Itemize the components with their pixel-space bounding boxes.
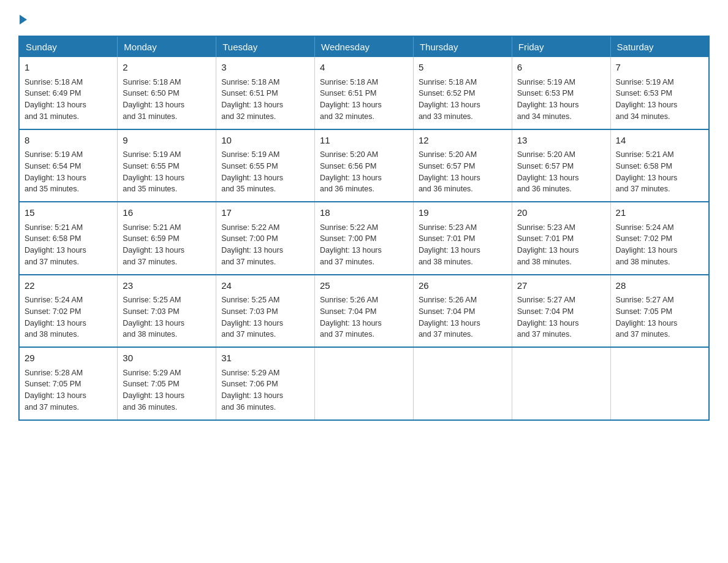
calendar-week-row: 29Sunrise: 5:28 AMSunset: 7:05 PMDayligh… (19, 347, 709, 420)
day-info: Sunrise: 5:23 AMSunset: 7:01 PMDaylight:… (517, 223, 579, 266)
day-info: Sunrise: 5:26 AMSunset: 7:04 PMDaylight:… (419, 296, 480, 339)
calendar-cell: 17Sunrise: 5:22 AMSunset: 7:00 PMDayligh… (216, 202, 315, 275)
weekday-header-sunday: Sunday (19, 36, 118, 57)
day-number: 25 (320, 279, 408, 293)
day-number: 12 (419, 134, 507, 148)
day-info: Sunrise: 5:19 AMSunset: 6:53 PMDaylight:… (616, 78, 678, 121)
day-info: Sunrise: 5:20 AMSunset: 6:56 PMDaylight:… (320, 150, 382, 193)
day-number: 2 (123, 61, 211, 75)
calendar-cell: 14Sunrise: 5:21 AMSunset: 6:58 PMDayligh… (610, 129, 709, 202)
day-info: Sunrise: 5:21 AMSunset: 6:58 PMDaylight:… (616, 150, 678, 193)
calendar-cell: 8Sunrise: 5:19 AMSunset: 6:54 PMDaylight… (19, 129, 118, 202)
calendar-cell: 30Sunrise: 5:29 AMSunset: 7:05 PMDayligh… (118, 347, 216, 420)
calendar-cell: 29Sunrise: 5:28 AMSunset: 7:05 PMDayligh… (19, 347, 118, 420)
calendar-cell: 5Sunrise: 5:18 AMSunset: 6:52 PMDaylight… (413, 57, 512, 129)
calendar-cell: 22Sunrise: 5:24 AMSunset: 7:02 PMDayligh… (19, 275, 118, 348)
day-number: 27 (517, 279, 605, 293)
day-info: Sunrise: 5:29 AMSunset: 7:06 PMDaylight:… (221, 369, 283, 412)
day-number: 9 (123, 134, 211, 148)
calendar-header-row: SundayMondayTuesdayWednesdayThursdayFrid… (19, 36, 709, 57)
day-info: Sunrise: 5:20 AMSunset: 6:57 PMDaylight:… (517, 150, 579, 193)
day-number: 7 (616, 61, 703, 75)
day-info: Sunrise: 5:21 AMSunset: 6:58 PMDaylight:… (25, 223, 86, 266)
day-info: Sunrise: 5:22 AMSunset: 7:00 PMDaylight:… (221, 223, 283, 266)
calendar-cell: 9Sunrise: 5:19 AMSunset: 6:55 PMDaylight… (118, 129, 216, 202)
weekday-header-friday: Friday (512, 36, 610, 57)
day-info: Sunrise: 5:29 AMSunset: 7:05 PMDaylight:… (123, 369, 184, 412)
day-info: Sunrise: 5:19 AMSunset: 6:53 PMDaylight:… (517, 78, 579, 121)
day-number: 20 (517, 206, 605, 220)
day-number: 22 (25, 279, 112, 293)
logo-triangle-icon (20, 15, 27, 25)
calendar-cell: 18Sunrise: 5:22 AMSunset: 7:00 PMDayligh… (315, 202, 414, 275)
day-number: 26 (419, 279, 507, 293)
day-info: Sunrise: 5:18 AMSunset: 6:50 PMDaylight:… (123, 78, 184, 121)
day-number: 6 (517, 61, 605, 75)
day-info: Sunrise: 5:27 AMSunset: 7:04 PMDaylight:… (517, 296, 579, 339)
day-number: 3 (221, 61, 309, 75)
day-number: 19 (419, 206, 507, 220)
weekday-header-monday: Monday (118, 36, 216, 57)
day-number: 28 (616, 279, 703, 293)
calendar-cell: 26Sunrise: 5:26 AMSunset: 7:04 PMDayligh… (413, 275, 512, 348)
calendar-cell (512, 347, 610, 420)
day-number: 21 (616, 206, 703, 220)
day-number: 1 (25, 61, 112, 75)
day-number: 15 (25, 206, 112, 220)
day-info: Sunrise: 5:28 AMSunset: 7:05 PMDaylight:… (25, 369, 86, 412)
day-info: Sunrise: 5:26 AMSunset: 7:04 PMDaylight:… (320, 296, 382, 339)
calendar-cell: 28Sunrise: 5:27 AMSunset: 7:05 PMDayligh… (610, 275, 709, 348)
day-info: Sunrise: 5:22 AMSunset: 7:00 PMDaylight:… (320, 223, 382, 266)
logo (18, 16, 27, 25)
day-number: 4 (320, 61, 408, 75)
weekday-header-thursday: Thursday (413, 36, 512, 57)
calendar-cell: 27Sunrise: 5:27 AMSunset: 7:04 PMDayligh… (512, 275, 610, 348)
day-number: 11 (320, 134, 408, 148)
calendar-cell: 3Sunrise: 5:18 AMSunset: 6:51 PMDaylight… (216, 57, 315, 129)
calendar-cell (315, 347, 414, 420)
weekday-header-saturday: Saturday (610, 36, 709, 57)
calendar-cell: 12Sunrise: 5:20 AMSunset: 6:57 PMDayligh… (413, 129, 512, 202)
weekday-header-wednesday: Wednesday (315, 36, 414, 57)
calendar-cell: 19Sunrise: 5:23 AMSunset: 7:01 PMDayligh… (413, 202, 512, 275)
calendar-cell (610, 347, 709, 420)
calendar-table: SundayMondayTuesdayWednesdayThursdayFrid… (18, 36, 710, 421)
day-number: 29 (25, 351, 112, 366)
calendar-cell: 2Sunrise: 5:18 AMSunset: 6:50 PMDaylight… (118, 57, 216, 129)
day-info: Sunrise: 5:27 AMSunset: 7:05 PMDaylight:… (616, 296, 678, 339)
calendar-cell: 25Sunrise: 5:26 AMSunset: 7:04 PMDayligh… (315, 275, 414, 348)
calendar-cell: 31Sunrise: 5:29 AMSunset: 7:06 PMDayligh… (216, 347, 315, 420)
calendar-week-row: 1Sunrise: 5:18 AMSunset: 6:49 PMDaylight… (19, 57, 709, 129)
day-number: 31 (221, 351, 309, 366)
day-number: 13 (517, 134, 605, 148)
day-number: 18 (320, 206, 408, 220)
calendar-cell: 20Sunrise: 5:23 AMSunset: 7:01 PMDayligh… (512, 202, 610, 275)
day-info: Sunrise: 5:19 AMSunset: 6:54 PMDaylight:… (25, 150, 86, 193)
day-info: Sunrise: 5:19 AMSunset: 6:55 PMDaylight:… (123, 150, 184, 193)
day-info: Sunrise: 5:24 AMSunset: 7:02 PMDaylight:… (25, 296, 86, 339)
calendar-week-row: 15Sunrise: 5:21 AMSunset: 6:58 PMDayligh… (19, 202, 709, 275)
page-header (18, 12, 710, 25)
day-info: Sunrise: 5:23 AMSunset: 7:01 PMDaylight:… (419, 223, 480, 266)
day-number: 23 (123, 279, 211, 293)
logo-blue-part (18, 16, 27, 25)
day-number: 16 (123, 206, 211, 220)
day-number: 17 (221, 206, 309, 220)
calendar-cell: 16Sunrise: 5:21 AMSunset: 6:59 PMDayligh… (118, 202, 216, 275)
calendar-cell: 23Sunrise: 5:25 AMSunset: 7:03 PMDayligh… (118, 275, 216, 348)
day-info: Sunrise: 5:18 AMSunset: 6:52 PMDaylight:… (419, 78, 480, 121)
day-info: Sunrise: 5:25 AMSunset: 7:03 PMDaylight:… (123, 296, 184, 339)
calendar-cell (413, 347, 512, 420)
day-info: Sunrise: 5:19 AMSunset: 6:55 PMDaylight:… (221, 150, 283, 193)
calendar-cell: 1Sunrise: 5:18 AMSunset: 6:49 PMDaylight… (19, 57, 118, 129)
day-number: 8 (25, 134, 112, 148)
day-info: Sunrise: 5:18 AMSunset: 6:49 PMDaylight:… (25, 78, 86, 121)
day-info: Sunrise: 5:20 AMSunset: 6:57 PMDaylight:… (419, 150, 480, 193)
day-info: Sunrise: 5:18 AMSunset: 6:51 PMDaylight:… (221, 78, 283, 121)
day-number: 30 (123, 351, 211, 366)
calendar-cell: 15Sunrise: 5:21 AMSunset: 6:58 PMDayligh… (19, 202, 118, 275)
calendar-cell: 6Sunrise: 5:19 AMSunset: 6:53 PMDaylight… (512, 57, 610, 129)
calendar-week-row: 8Sunrise: 5:19 AMSunset: 6:54 PMDaylight… (19, 129, 709, 202)
day-info: Sunrise: 5:18 AMSunset: 6:51 PMDaylight:… (320, 78, 382, 121)
day-info: Sunrise: 5:24 AMSunset: 7:02 PMDaylight:… (616, 223, 678, 266)
